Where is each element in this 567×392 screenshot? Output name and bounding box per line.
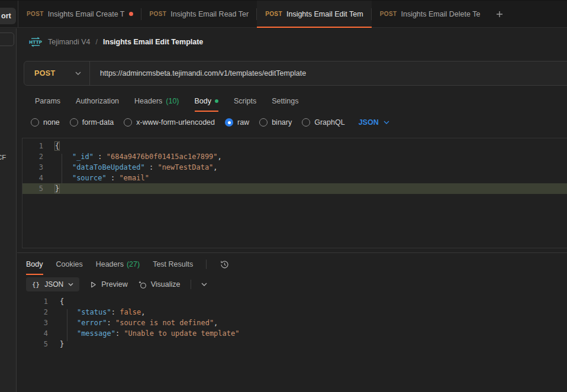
- sidebar-partial-box[interactable]: [0, 33, 14, 46]
- mode-label: form-data: [82, 118, 114, 127]
- main-panel: HTTP Tejimandi V4 / Insights Email Edit …: [17, 28, 567, 392]
- line-number: 3: [22, 162, 43, 173]
- tab-label: Settings: [272, 97, 298, 105]
- radio-icon: [302, 118, 310, 127]
- method-label: POST: [34, 69, 56, 77]
- app-window: ort POST Insights Email Create T POST In…: [0, 0, 567, 392]
- history-clock-icon: [220, 260, 230, 270]
- code-token: "source": [72, 174, 107, 182]
- line-number: 2: [22, 151, 43, 162]
- visualize-label: Visualize: [151, 280, 181, 289]
- code-line: 1 {: [22, 141, 567, 151]
- tab-label: Params: [35, 97, 60, 105]
- code-line: 4 "source" : "email": [22, 173, 567, 183]
- response-section-tabs: Body Cookies Headers (27) Test Results: [26, 256, 230, 273]
- code-token: "newTestData": [157, 163, 213, 171]
- code-token: "dataToBeUpdated": [72, 163, 145, 171]
- response-tab-body[interactable]: Body: [26, 256, 43, 273]
- code-token: [60, 308, 77, 316]
- response-tab-headers[interactable]: Headers (27): [96, 256, 140, 273]
- code-token: "message": [77, 329, 115, 338]
- response-tab-cookies[interactable]: Cookies: [56, 256, 83, 273]
- radio-icon: [31, 118, 39, 127]
- pane-divider[interactable]: [17, 252, 567, 253]
- code-token: :: [94, 153, 107, 161]
- code-token: {: [60, 297, 64, 306]
- sidebar-partial-label: CF: [0, 154, 6, 161]
- toolbar-divider: [206, 260, 207, 269]
- preview-button[interactable]: Preview: [89, 280, 127, 289]
- line-number: 3: [17, 318, 48, 328]
- preview-label: Preview: [101, 280, 127, 289]
- mode-label: none: [43, 118, 60, 127]
- tab-insights-email-create[interactable]: POST Insights Email Create T: [18, 1, 141, 27]
- chevron-down-icon: [68, 283, 73, 286]
- tab-method-badge: POST: [27, 11, 44, 17]
- code-token: }: [55, 184, 59, 193]
- toolbar-divider: [191, 280, 191, 289]
- tab-body[interactable]: Body: [195, 92, 219, 110]
- code-line: 3 "dataToBeUpdated" : "newTestData",: [22, 162, 567, 173]
- tab-label: Headers: [96, 260, 124, 268]
- code-token: [60, 329, 77, 338]
- code-token: "684a9476b0f01415ac1e7899": [107, 153, 218, 161]
- mode-label: GraphQL: [314, 118, 344, 127]
- tab-insights-email-delete[interactable]: POST Insights Email Delete Te: [372, 1, 489, 27]
- response-format-label: JSON: [44, 280, 63, 289]
- request-url-bar: POST https://admincmsbeta.tejimandi.com/…: [24, 61, 567, 86]
- tab-label: Cookies: [56, 260, 83, 268]
- tab-title: Insights Email Create T: [48, 10, 125, 18]
- tab-params[interactable]: Params: [35, 92, 60, 110]
- line-number: 1: [22, 141, 43, 151]
- response-history-button[interactable]: [220, 260, 230, 270]
- tab-insights-email-edit[interactable]: POST Insights Email Edit Tem: [257, 1, 372, 27]
- mode-graphql[interactable]: GraphQL: [302, 118, 344, 127]
- code-token: ,: [218, 153, 222, 161]
- tab-headers[interactable]: Headers (10): [134, 92, 179, 110]
- mode-raw[interactable]: raw: [225, 118, 249, 127]
- headers-count-badge: (10): [166, 97, 179, 105]
- radio-icon: [70, 118, 78, 127]
- response-format-select[interactable]: {} JSON: [26, 277, 79, 291]
- sidebar-edge: CF: [0, 28, 17, 392]
- code-token: [55, 163, 72, 171]
- code-line: 5 }: [17, 339, 567, 349]
- line-number: 5: [22, 183, 43, 194]
- tab-authorization[interactable]: Authorization: [76, 92, 119, 110]
- response-tab-test-results[interactable]: Test Results: [153, 256, 193, 273]
- tab-settings[interactable]: Settings: [272, 92, 298, 110]
- tab-label: Authorization: [76, 97, 119, 105]
- new-tab-button[interactable]: [488, 1, 511, 27]
- visualize-button[interactable]: Visualize: [138, 280, 181, 289]
- request-body-editor[interactable]: 1 { 2 "_id" : "684a9476b0f01415ac1e7899"…: [22, 138, 567, 248]
- chevron-down-icon: [75, 72, 81, 75]
- play-icon: [89, 281, 97, 289]
- response-body-viewer[interactable]: 1 { 2 "status": false, 3 "error": "sourc…: [17, 296, 567, 349]
- svg-text:HTTP: HTTP: [29, 40, 43, 45]
- radio-selected-icon: [225, 118, 233, 127]
- mode-x-www-form-urlencoded[interactable]: x-www-form-urlencoded: [124, 118, 215, 127]
- unsaved-dot-icon: [129, 12, 133, 16]
- tab-scripts[interactable]: Scripts: [234, 92, 256, 110]
- breadcrumb-request-name[interactable]: Insights Email Edit Template: [103, 38, 203, 46]
- tab-label: Headers: [134, 97, 162, 105]
- response-options-button[interactable]: [201, 283, 207, 286]
- mode-label: binary: [272, 118, 292, 127]
- breadcrumb-collection[interactable]: Tejimandi V4: [48, 38, 91, 46]
- plus-icon: [495, 10, 504, 18]
- code-token: [60, 319, 77, 327]
- mode-binary[interactable]: binary: [259, 118, 292, 127]
- raw-language-select[interactable]: JSON: [359, 118, 389, 127]
- method-select[interactable]: POST: [24, 69, 89, 77]
- response-headers-count-badge: (27): [127, 260, 140, 268]
- mode-label: raw: [237, 118, 249, 127]
- mode-label: x-www-form-urlencoded: [136, 118, 215, 127]
- code-token: "_id": [72, 153, 94, 161]
- code-token: :: [145, 163, 158, 171]
- visualize-wand-icon: [138, 280, 147, 289]
- import-button[interactable]: ort: [0, 8, 16, 24]
- mode-none[interactable]: none: [31, 118, 60, 127]
- tab-insights-email-read[interactable]: POST Insights Email Read Ter: [141, 1, 257, 27]
- url-input[interactable]: https://admincmsbeta.tejimandi.com/v1/te…: [100, 69, 306, 77]
- mode-form-data[interactable]: form-data: [70, 118, 114, 127]
